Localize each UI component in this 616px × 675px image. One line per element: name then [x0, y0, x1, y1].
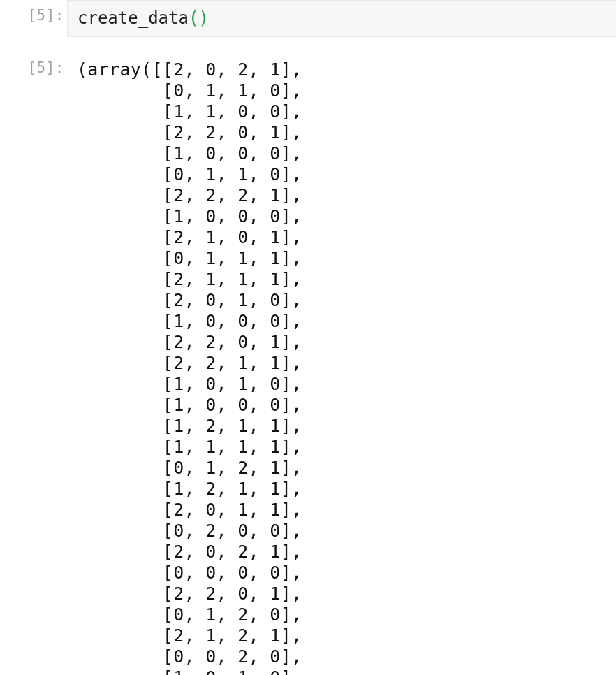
output-prompt: [5]: [0, 55, 67, 76]
input-prompt: [5]: [0, 0, 67, 24]
code-input-cell[interactable]: create_data() [67, 0, 616, 37]
output-content: (array([[2, 0, 2, 1], [0, 1, 1, 0], [1, … [67, 55, 616, 675]
call-parens: () [189, 8, 209, 28]
input-cell-row: [5]: create_data() [0, 0, 616, 37]
function-name: create_data [78, 8, 189, 28]
output-cell-row: [5]: (array([[2, 0, 2, 1], [0, 1, 1, 0],… [0, 55, 616, 675]
